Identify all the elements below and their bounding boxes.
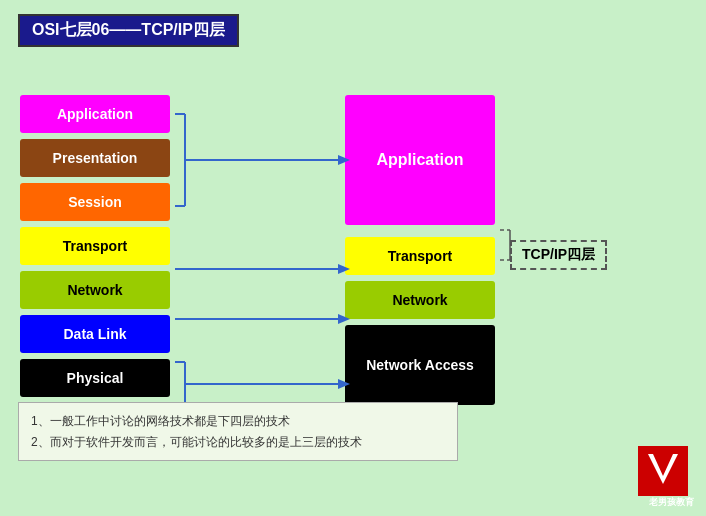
note-line-2: 2、而对于软件开发而言，可能讨论的比较多的是上三层的技术 [31,432,445,452]
tcpip-layer-access: Network Access [345,325,495,405]
logo-text: 老男孩教育 [646,497,696,508]
tcpip-label: TCP/IP四层 [510,240,607,270]
osi-layer-datalink: Data Link [20,315,170,353]
svg-marker-17 [648,454,678,484]
tcpip-column: Application Transport Network Network Ac… [345,95,500,405]
osi-column: Application Presentation Session Transpo… [20,95,175,397]
osi-layer-application: Application [20,95,170,133]
osi-layer-transport: Transport [20,227,170,265]
logo [638,446,688,496]
page-title: OSI七层06——TCP/IP四层 [18,14,239,47]
osi-layer-physical: Physical [20,359,170,397]
tcpip-layer-network: Network [345,281,495,319]
osi-layer-session: Session [20,183,170,221]
tcpip-layer-application: Application [345,95,495,225]
tcpip-layer-transport: Transport [345,237,495,275]
note-line-1: 1、一般工作中讨论的网络技术都是下四层的技术 [31,411,445,431]
note-box: 1、一般工作中讨论的网络技术都是下四层的技术 2、而对于软件开发而言，可能讨论的… [18,402,458,461]
osi-layer-network: Network [20,271,170,309]
osi-layer-presentation: Presentation [20,139,170,177]
